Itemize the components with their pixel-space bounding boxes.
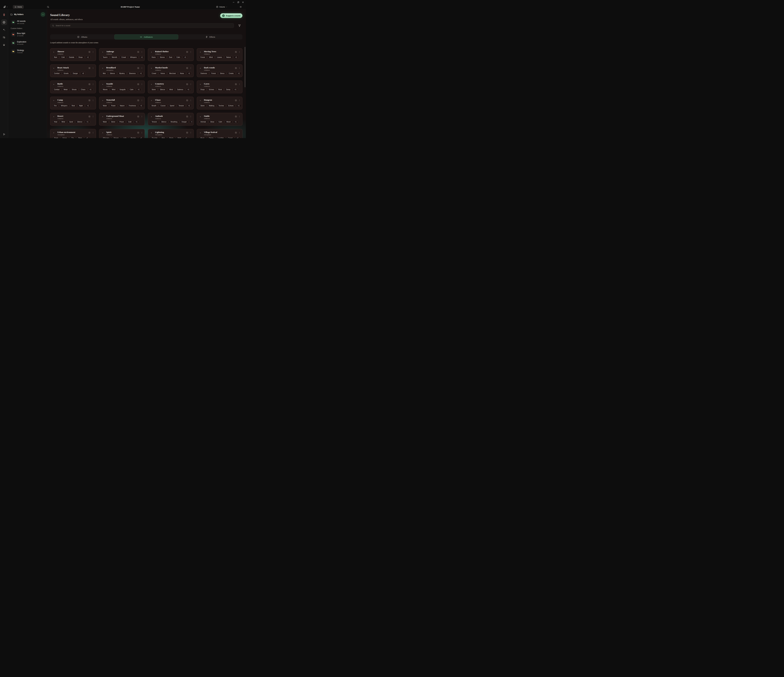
tag-chip[interactable]: Stone: [110, 120, 117, 123]
add-to-playlist-button[interactable]: [235, 131, 237, 134]
filter-button[interactable]: [236, 23, 243, 28]
add-to-playlist-button[interactable]: [186, 83, 188, 85]
play-button[interactable]: [199, 83, 202, 86]
tag-chip[interactable]: Shivers: [112, 137, 120, 138]
toolbar-search-button[interactable]: [46, 6, 50, 8]
more-tags-chip[interactable]: +1: [86, 104, 90, 107]
more-options-button[interactable]: [140, 99, 143, 102]
tag-chip[interactable]: Creaks: [227, 72, 235, 75]
sound-card[interactable]: Caves Ambience DropsEchoesRockDamp+1: [197, 81, 243, 93]
more-tags-chip[interactable]: +1: [187, 104, 191, 107]
play-button[interactable]: [52, 99, 55, 102]
more-options-button[interactable]: [190, 115, 192, 118]
tag-chip[interactable]: Thunder: [150, 137, 159, 138]
tag-chip[interactable]: Torches: [217, 104, 226, 107]
more-options-button[interactable]: [92, 83, 94, 85]
tag-chip[interactable]: Silence: [160, 120, 168, 123]
tag-chip[interactable]: Silence: [108, 72, 117, 75]
add-to-playlist-button[interactable]: [137, 67, 140, 70]
more-options-button[interactable]: [92, 99, 94, 102]
tag-chip[interactable]: Stress: [218, 72, 226, 75]
tag-chip[interactable]: Shouts: [70, 88, 78, 91]
folder-item-exploration[interactable]: Exploration 18 sounds: [10, 40, 45, 46]
tag-chip[interactable]: Forest: [199, 56, 207, 59]
tag-chip[interactable]: Rain: [160, 137, 166, 138]
tag-chip[interactable]: Sand: [68, 120, 75, 123]
tag-chip[interactable]: Wind: [60, 120, 67, 123]
more-options-button[interactable]: [238, 131, 241, 134]
tag-chip[interactable]: Dust: [168, 56, 174, 59]
more-tags-chip[interactable]: +1: [233, 120, 238, 123]
more-options-button[interactable]: [92, 67, 94, 70]
more-tags-chip[interactable]: +1: [88, 88, 93, 91]
tag-chip[interactable]: Tension: [177, 104, 185, 107]
tag-chip[interactable]: Wind: [168, 88, 174, 91]
sound-card[interactable]: Lightning Atmosphere ThunderRainStormNig…: [148, 129, 194, 138]
tag-chip[interactable]: Street: [52, 137, 60, 138]
sound-card[interactable]: Dungeon Ambience StoneWalkingTorchesEcho…: [197, 97, 243, 109]
play-button[interactable]: [101, 115, 104, 118]
play-button[interactable]: [101, 83, 104, 86]
sound-card[interactable]: Market hustle Ambiance CrowdVoicesMercha…: [148, 64, 194, 77]
tag-chip[interactable]: Outside: [67, 56, 76, 59]
sound-card[interactable]: Desert Ambience HeatWindSandSilence+1: [50, 113, 96, 126]
more-tags-chip[interactable]: +1: [138, 72, 143, 75]
play-button[interactable]: [52, 83, 55, 86]
sound-card[interactable]: Stable Ambience AnimalsStrawCalmWood+1: [197, 113, 243, 126]
more-options-button[interactable]: [238, 67, 241, 70]
app-logo-menu[interactable]: [2, 5, 9, 8]
tag-chip[interactable]: Darkness: [199, 72, 209, 75]
tag-chip[interactable]: Storm: [168, 137, 175, 138]
tab-effects[interactable]: Effects: [178, 34, 243, 39]
sound-card[interactable]: Beast Attack Ambience CombatGrowlsDanger…: [50, 64, 96, 77]
more-options-button[interactable]: [140, 67, 143, 70]
tag-chip[interactable]: Light: [121, 137, 128, 138]
more-tags-chip[interactable]: +1: [236, 104, 241, 107]
tag-chip[interactable]: Music: [199, 137, 206, 138]
add-to-playlist-button[interactable]: [235, 99, 237, 102]
tag-chip[interactable]: Tavern: [101, 56, 109, 59]
tag-chip[interactable]: Combat: [52, 72, 61, 75]
close-button[interactable]: [241, 0, 245, 4]
add-to-playlist-button[interactable]: [235, 115, 237, 118]
add-to-playlist-button[interactable]: [88, 99, 91, 102]
more-tags-chip[interactable]: +1: [190, 120, 192, 123]
sound-card[interactable]: Spirit Ambience WhispersShiversLightMyst…: [99, 129, 145, 138]
tag-chip[interactable]: Stone: [199, 104, 206, 107]
tag-chip[interactable]: Crowd: [226, 137, 234, 138]
tag-chip[interactable]: Course: [159, 104, 167, 107]
home-button[interactable]: Home: [13, 5, 24, 9]
play-button[interactable]: [199, 131, 202, 134]
tag-chip[interactable]: Water: [101, 104, 109, 107]
tag-chip[interactable]: Nature: [118, 104, 126, 107]
more-tags-chip[interactable]: +1: [183, 56, 188, 59]
add-to-playlist-button[interactable]: [186, 67, 188, 70]
more-tags-chip[interactable]: +1: [85, 137, 90, 138]
sound-card[interactable]: Ruined Shelter Ambiance RuinsStonesDustC…: [148, 48, 194, 61]
tag-chip[interactable]: Calm: [175, 56, 182, 59]
sound-card[interactable]: Shower Ambiance RainColdOutsideDrops+1: [50, 48, 96, 61]
tab-albums[interactable]: Albums: [50, 34, 114, 39]
folder-item-strategy[interactable]: Strategy 4 sounds: [10, 48, 45, 54]
more-options-button[interactable]: [190, 99, 192, 102]
play-button[interactable]: [52, 50, 55, 54]
play-button[interactable]: [101, 67, 104, 70]
mute-button[interactable]: [239, 6, 243, 8]
tag-chip[interactable]: Rock: [217, 88, 224, 91]
add-to-playlist-button[interactable]: [186, 99, 188, 102]
more-tags-chip[interactable]: +1: [139, 137, 143, 138]
tag-chip[interactable]: Wood: [225, 120, 232, 123]
tag-chip[interactable]: Whispers: [59, 104, 69, 107]
sound-card[interactable]: Urban environment Atmosphere StreetVoice…: [50, 129, 96, 138]
more-tags-chip[interactable]: +1: [136, 88, 141, 91]
tag-chip[interactable]: Slowness: [128, 72, 137, 75]
tag-chip[interactable]: Breathing: [169, 120, 179, 123]
quick-play-button[interactable]: [2, 133, 6, 136]
add-to-playlist-button[interactable]: [88, 67, 91, 70]
more-options-button[interactable]: [238, 51, 241, 53]
sound-card[interactable]: Underground Moat Ambience WaterStonePris…: [99, 113, 145, 126]
tag-chip[interactable]: Forest: [210, 72, 217, 75]
play-button[interactable]: [150, 67, 153, 70]
tag-chip[interactable]: Walking: [207, 104, 216, 107]
add-folder-button[interactable]: [41, 13, 45, 16]
